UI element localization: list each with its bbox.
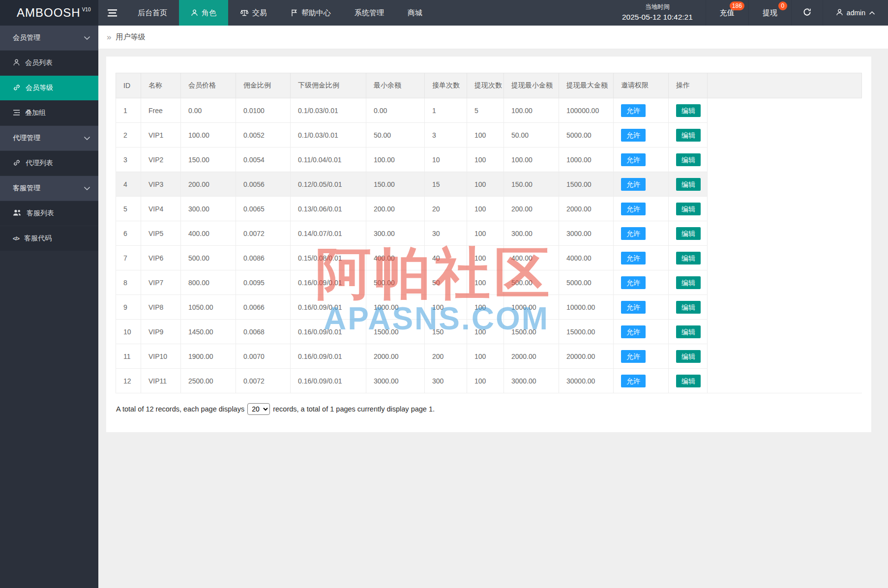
cell-order-count: 20 [425, 197, 467, 221]
allow-button[interactable]: 允许 [621, 104, 646, 117]
allow-button[interactable]: 允许 [621, 375, 646, 387]
cell-withdraw-count: 100 [467, 369, 504, 393]
cell-filler [708, 221, 862, 246]
cell-invite-permission: 允许 [614, 197, 669, 221]
cell-sub-commission: 0.12/0.05/0.01 [291, 172, 366, 197]
column-header-order-count: 接单次数 [425, 73, 467, 98]
tab-system[interactable]: 系统管理 [343, 0, 396, 26]
table-row: 2VIP1100.000.00520.1/0.03/0.0150.0031005… [116, 123, 862, 147]
tab-dashboard[interactable]: 后台首页 [126, 0, 179, 26]
cell-id: 8 [116, 270, 141, 295]
cell-min-balance: 1500.00 [366, 320, 425, 344]
allow-button[interactable]: 允许 [621, 227, 646, 240]
cell-invite-permission: 允许 [614, 98, 669, 123]
cell-withdraw-count: 100 [467, 246, 504, 270]
cell-filler [708, 246, 862, 270]
allow-button[interactable]: 允许 [621, 153, 646, 166]
cell-name: VIP11 [141, 369, 181, 393]
allow-button[interactable]: 允许 [621, 276, 646, 289]
cell-actions: 编辑 [669, 197, 708, 221]
cell-sub-commission: 0.16/0.09/0.01 [291, 270, 366, 295]
sidebar-item-member-list[interactable]: 会员列表 [0, 51, 98, 76]
edit-button[interactable]: 编辑 [676, 227, 701, 240]
cell-withdraw-count: 100 [467, 320, 504, 344]
breadcrumb-arrow-icon: » [107, 32, 111, 42]
cell-filler [708, 344, 862, 369]
cell-price: 800.00 [181, 270, 236, 295]
sidebar-group-agents[interactable]: 代理管理 [0, 126, 98, 151]
user-menu[interactable]: admin [823, 0, 888, 26]
tab-help-center[interactable]: 帮助中心 [279, 0, 343, 26]
tab-trade[interactable]: 交易 [228, 0, 279, 26]
tab-roles[interactable]: 角色 [179, 0, 228, 26]
edit-button[interactable]: 编辑 [676, 375, 701, 387]
table-row: 9VIP81050.000.00660.16/0.09/0.011000.001… [116, 295, 862, 320]
cell-sub-commission: 0.16/0.09/0.01 [291, 320, 366, 344]
cell-name: VIP1 [141, 123, 181, 147]
edit-button[interactable]: 编辑 [676, 325, 701, 338]
recharge-button[interactable]: 充值 186 [706, 0, 748, 26]
allow-button[interactable]: 允许 [621, 350, 646, 363]
edit-button[interactable]: 编辑 [676, 350, 701, 363]
cell-min-balance: 50.00 [366, 123, 425, 147]
cell-withdraw-count: 5 [467, 98, 504, 123]
cell-invite-permission: 允许 [614, 270, 669, 295]
table-header-row: ID 名称 会员价格 佣金比例 下级佣金比例 最小余额 接单次数 提现次数 提现… [116, 73, 862, 98]
cell-withdraw-max: 100000.00 [559, 98, 614, 123]
allow-button[interactable]: 允许 [621, 203, 646, 215]
cell-withdraw-min: 3000.00 [504, 369, 559, 393]
column-header-invite: 邀请权限 [614, 73, 669, 98]
logo-version: V10 [82, 7, 91, 12]
edit-button[interactable]: 编辑 [676, 276, 701, 289]
allow-button[interactable]: 允许 [621, 252, 646, 265]
table-row: 6VIP5400.000.00720.14/0.07/0.01300.00301… [116, 221, 862, 246]
edit-button[interactable]: 编辑 [676, 203, 701, 215]
allow-button[interactable]: 允许 [621, 325, 646, 338]
cell-sub-commission: 0.15/0.08/0.01 [291, 246, 366, 270]
cell-invite-permission: 允许 [614, 295, 669, 320]
edit-button[interactable]: 编辑 [676, 178, 701, 191]
allow-button[interactable]: 允许 [621, 129, 646, 142]
sidebar-item-agent-list[interactable]: 代理列表 [0, 151, 98, 176]
topbar-right: 当地时间 2025-05-12 10:42:21 充值 186 提现 0 adm… [609, 0, 888, 26]
edit-button[interactable]: 编辑 [676, 301, 701, 314]
edit-button[interactable]: 编辑 [676, 153, 701, 166]
page-size-select[interactable]: 20 [247, 403, 270, 415]
refresh-icon [802, 7, 812, 18]
table-row: 5VIP4300.000.00650.13/0.06/0.01200.00201… [116, 197, 862, 221]
cell-invite-permission: 允许 [614, 320, 669, 344]
refresh-button[interactable] [791, 0, 823, 26]
allow-button[interactable]: 允许 [621, 301, 646, 314]
menu-toggle-button[interactable] [98, 0, 126, 26]
sidebar-item-stack-group[interactable]: 叠加组 [0, 101, 98, 126]
table-card: ID 名称 会员价格 佣金比例 下级佣金比例 最小余额 接单次数 提现次数 提现… [106, 57, 871, 432]
cell-price: 0.00 [181, 98, 236, 123]
cell-id: 9 [116, 295, 141, 320]
edit-button[interactable]: 编辑 [676, 129, 701, 142]
tab-shop[interactable]: 商城 [396, 0, 434, 26]
sidebar-group-support[interactable]: 客服管理 [0, 176, 98, 201]
cell-actions: 编辑 [669, 221, 708, 246]
sidebar-item-support-list[interactable]: 客服列表 [0, 201, 98, 226]
cell-commission: 0.0065 [236, 197, 291, 221]
sidebar-group-members[interactable]: 会员管理 [0, 26, 98, 51]
cell-withdraw-min: 300.00 [504, 221, 559, 246]
cell-withdraw-count: 100 [467, 221, 504, 246]
topbar: AMBOOSHV10 后台首页 角色 交易 帮助中心 [0, 0, 888, 26]
logo-text: AMBOOSH [17, 6, 81, 20]
allow-button[interactable]: 允许 [621, 178, 646, 191]
local-time-value: 2025-05-12 10:42:21 [622, 12, 693, 23]
sidebar-item-member-level[interactable]: 会员等级 [0, 76, 98, 101]
table-row: 10VIP91450.000.00680.16/0.09/0.011500.00… [116, 320, 862, 344]
breadcrumb: » 用户等级 [98, 26, 888, 49]
cell-price: 500.00 [181, 246, 236, 270]
cell-order-count: 100 [425, 295, 467, 320]
sidebar: 会员管理 会员列表 会员等级 叠加组 代理管理 代理列表 客服管理 [0, 26, 98, 588]
cell-filler [708, 320, 862, 344]
cell-withdraw-max: 1500.00 [559, 172, 614, 197]
sidebar-item-support-code[interactable]: </> 客服代码 [0, 226, 98, 251]
withdraw-button[interactable]: 提现 0 [748, 0, 791, 26]
edit-button[interactable]: 编辑 [676, 252, 701, 265]
cell-id: 12 [116, 369, 141, 393]
edit-button[interactable]: 编辑 [676, 104, 701, 117]
